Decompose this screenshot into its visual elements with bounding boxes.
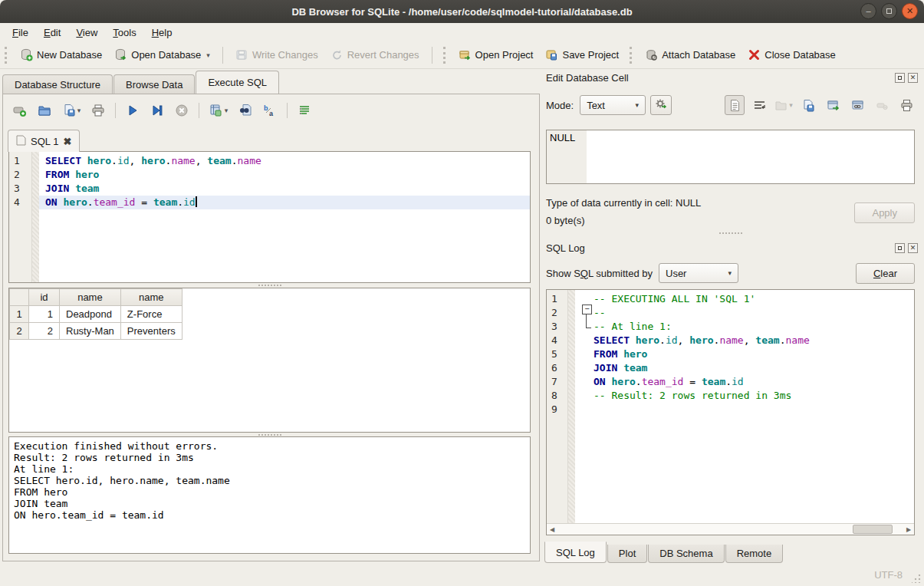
results-grid[interactable]: idnamename 11DeadpondZ-Force22Rusty-ManP… (8, 288, 531, 433)
table-cell[interactable]: Deadpond (60, 306, 121, 323)
open-database-dropdown-arrow[interactable]: ▾ (206, 51, 210, 59)
close-sql-tab-icon[interactable]: ✖ (63, 136, 71, 147)
table-cell[interactable]: 2 (29, 323, 60, 340)
dock-splitter[interactable] (546, 231, 915, 235)
toolbar-drag-handle[interactable] (5, 47, 11, 64)
mode-select[interactable]: Text▾ (580, 95, 646, 115)
cell-editor[interactable]: NULL (546, 130, 915, 184)
menubar: File Edit View Tools Help (0, 23, 924, 41)
sql-editor[interactable]: 1234 SELECT hero.id, hero.name, team.nam… (8, 151, 531, 283)
attach-database-button[interactable]: Attach Database (639, 45, 742, 64)
import-cell-button[interactable] (798, 95, 818, 115)
table-cell[interactable]: Preventers (120, 323, 182, 340)
clear-log-button[interactable]: Clear (856, 263, 915, 284)
menu-view[interactable]: View (68, 25, 105, 41)
auto-switch-mode-button[interactable] (650, 95, 672, 115)
editor-results-splitter[interactable] (8, 283, 531, 287)
print-cell-button[interactable] (896, 95, 916, 115)
editor-code-area[interactable]: SELECT hero.id, hero.name, team.nameFROM… (39, 152, 530, 282)
sql-document-icon (16, 135, 26, 148)
edit-cell-toolbar: ▾ (725, 94, 916, 116)
save-sql-file-button[interactable]: ▾ (58, 100, 84, 120)
table-cell[interactable]: 1 (29, 306, 60, 323)
find-button[interactable] (235, 100, 256, 120)
word-wrap-button[interactable] (749, 95, 769, 115)
print-sql-button[interactable] (87, 100, 109, 120)
cell-editor-content[interactable] (587, 130, 914, 183)
execute-current-line-button[interactable] (146, 100, 168, 120)
new-sql-tab-button[interactable] (9, 100, 31, 120)
scrollbar-thumb[interactable] (853, 525, 893, 534)
find-replace-button[interactable]: ba (259, 100, 281, 120)
close-dock-button[interactable]: ✕ (908, 243, 918, 253)
resize-grip[interactable] (912, 574, 921, 583)
table-row[interactable]: 11DeadpondZ-Force (10, 306, 182, 323)
scrollbar-track[interactable] (557, 524, 903, 535)
new-database-button[interactable]: New Database (14, 45, 108, 64)
results-corner-header[interactable] (10, 289, 29, 306)
save-results-button[interactable]: ▾ (206, 100, 232, 120)
dock-tab-remote[interactable]: Remote (725, 545, 784, 563)
column-header[interactable]: name (120, 289, 182, 306)
tab-database-structure[interactable]: Database Structure (2, 74, 113, 94)
column-header[interactable]: id (29, 289, 60, 306)
submitted-by-select[interactable]: User▾ (659, 263, 738, 283)
apply-button: Apply (854, 202, 915, 223)
menu-file[interactable]: File (5, 25, 36, 41)
execute-all-button[interactable] (122, 100, 143, 120)
maximize-button[interactable] (881, 3, 897, 19)
text-mode-button[interactable] (725, 95, 745, 115)
tab-execute-sql[interactable]: Execute SQL (196, 71, 279, 94)
set-null-button (872, 95, 892, 115)
export-cell-button[interactable] (823, 95, 843, 115)
link-cell-button[interactable] (847, 95, 867, 115)
table-cell[interactable]: Z-Force (120, 306, 182, 323)
execution-message-area[interactable]: Execution finished without errors. Resul… (8, 436, 531, 554)
log-horizontal-scrollbar[interactable]: ◀ ▶ (547, 523, 914, 535)
scroll-left-arrow-icon[interactable]: ◀ (547, 524, 557, 535)
dock-tabbar: SQL Log Plot DB Schema Remote (544, 542, 784, 563)
close-dock-button[interactable]: ✕ (908, 73, 918, 83)
tab-browse-data[interactable]: Browse Data (113, 74, 195, 94)
format-sql-button[interactable] (294, 100, 315, 120)
close-database-button[interactable]: Close Database (742, 45, 842, 64)
sql-editor-tab[interactable]: SQL 1 ✖ (8, 130, 80, 152)
save-sql-file-icon (62, 104, 76, 117)
set-null-icon (876, 99, 889, 112)
row-header[interactable]: 1 (10, 306, 29, 323)
menu-tools[interactable]: Tools (105, 25, 143, 41)
encoding-indicator: UTF-8 (874, 569, 903, 581)
save-project-button[interactable]: Save Project (539, 45, 625, 64)
toolbar-drag-handle[interactable] (630, 47, 636, 64)
minimize-button[interactable]: – (860, 3, 876, 19)
float-dock-button[interactable] (895, 243, 905, 253)
revert-changes-icon (330, 48, 344, 61)
menu-help[interactable]: Help (144, 25, 180, 41)
execute-all-icon (126, 104, 140, 117)
sql-log-dock-header: SQL Log ✕ (546, 241, 918, 255)
open-database-button[interactable]: Open Database ▾ (108, 45, 216, 64)
open-sql-file-button[interactable] (34, 100, 55, 120)
float-dock-button[interactable] (895, 73, 905, 83)
close-button[interactable]: ✕ (902, 3, 918, 19)
stop-execution-icon (175, 104, 189, 117)
float-icon (898, 246, 902, 250)
sql-log-view[interactable]: 123456789 -- EXECUTING ALL IN 'SQL 1'---… (546, 289, 915, 535)
sql-editor-tabbar: SQL 1 ✖ (8, 128, 80, 152)
dock-tab-sql-log[interactable]: SQL Log (544, 542, 607, 563)
cell-editor-gutter: NULL (547, 130, 587, 183)
open-project-icon (459, 48, 472, 61)
menu-edit[interactable]: Edit (36, 25, 68, 41)
find-replace-icon: ba (263, 104, 277, 117)
svg-text:a: a (269, 110, 274, 117)
table-row[interactable]: 22Rusty-ManPreventers (10, 323, 182, 340)
dock-tab-db-schema[interactable]: DB Schema (648, 545, 724, 563)
table-cell[interactable]: Rusty-Man (60, 323, 121, 340)
dock-tab-plot[interactable]: Plot (607, 545, 647, 563)
log-line-numbers: 123456789 (547, 290, 568, 535)
column-header[interactable]: name (60, 289, 121, 306)
scroll-right-arrow-icon[interactable]: ▶ (903, 524, 914, 535)
open-project-button[interactable]: Open Project (452, 45, 540, 64)
toolbar-drag-handle[interactable] (443, 47, 449, 64)
row-header[interactable]: 2 (10, 323, 29, 340)
